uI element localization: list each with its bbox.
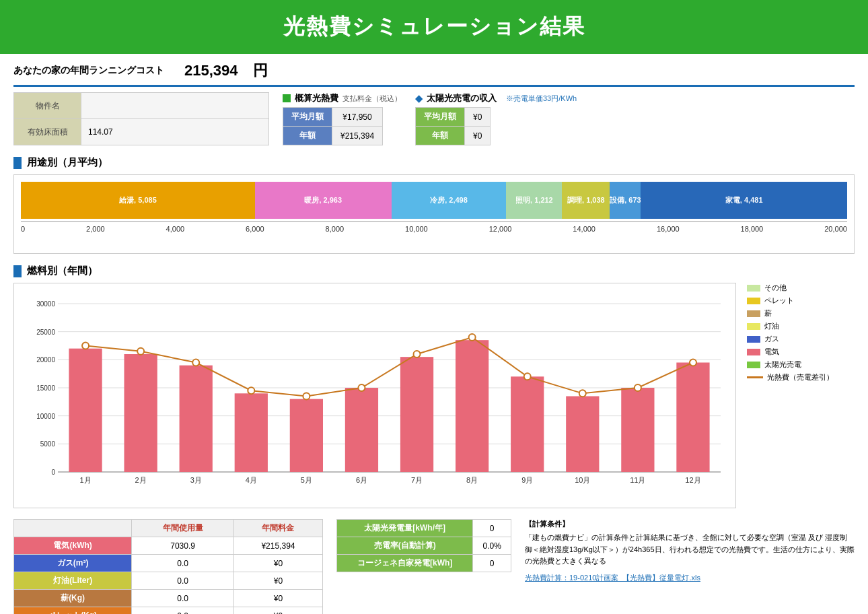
- hbar-segment: 暖房, 2,963: [255, 182, 392, 219]
- col-label: [14, 520, 132, 537]
- notes-section: 【計算条件】 「建もの燃費ナビ」の計算条件と計算結果に基づき、全館に対して必要な…: [525, 519, 855, 614]
- cost-row-label2: 年額: [416, 127, 465, 145]
- notes-title: 【計算条件】: [525, 519, 855, 529]
- hbar-axis-label: 14,000: [573, 225, 595, 233]
- legend-item: ガス: [747, 334, 855, 344]
- legend-label: ガス: [764, 334, 779, 344]
- svg-point-42: [248, 387, 254, 394]
- solar-row-label: 太陽光発電量[kWh/年]: [337, 520, 473, 537]
- solar-cost-section: ◆ 太陽光売電の収入 ※売電単価33円/KWh 平均月額¥0年額¥0: [415, 92, 577, 145]
- legend-label: 薪: [764, 308, 772, 318]
- fuel-cost: ¥0: [233, 555, 322, 572]
- svg-point-43: [303, 393, 310, 400]
- hbar-axis-label: 6,000: [246, 225, 264, 233]
- top-info-section: 物件名有効床面積114.07 概算光熱費 支払料金（税込） 平均月額¥17,95…: [13, 92, 855, 145]
- svg-rect-21: [235, 393, 268, 472]
- fuel-section-title: 燃料別（年間）: [13, 265, 855, 277]
- hbar-axis-label: 2,000: [86, 225, 105, 233]
- svg-text:6月: 6月: [356, 476, 367, 484]
- legend-label: 電気: [764, 347, 779, 357]
- svg-text:12月: 12月: [685, 476, 700, 484]
- annual-cost-label: あなたの家の年間ランニングコスト: [13, 65, 164, 77]
- legend-item: ペレット: [747, 296, 855, 306]
- col-usage: 年間使用量: [132, 520, 234, 537]
- svg-rect-29: [456, 340, 489, 472]
- svg-text:15000: 15000: [36, 384, 55, 392]
- svg-text:20000: 20000: [36, 356, 55, 364]
- svg-point-41: [192, 360, 199, 366]
- legend-label: 光熱費（売電差引）: [767, 372, 834, 382]
- svg-text:4月: 4月: [246, 476, 257, 484]
- hbar-axis-label: 12,000: [489, 225, 512, 233]
- fuel-cost: ¥0: [233, 572, 322, 590]
- bar-chart-container: 3000025000200001500010000500001月2月3月4月5月…: [13, 283, 736, 508]
- svg-rect-35: [621, 388, 654, 472]
- svg-text:2月: 2月: [135, 476, 147, 484]
- property-label: 物件名: [14, 93, 81, 119]
- page-title: 光熱費シミュレーション結果: [0, 12, 868, 42]
- annual-cost-value: 215,394 円: [184, 61, 268, 81]
- blue-bar-icon2: [13, 265, 22, 277]
- svg-text:10月: 10月: [575, 476, 590, 484]
- svg-rect-23: [290, 399, 323, 472]
- hbar-segment: 家電, 4,481: [641, 182, 847, 219]
- blue-bar-icon: [13, 157, 22, 169]
- solar-table: 太陽光発電量[kWh/年] 0 売電率(自動計算) 0.0% コージェネ自家発電…: [336, 519, 511, 572]
- svg-text:1月: 1月: [79, 476, 91, 484]
- svg-point-48: [579, 390, 586, 397]
- cost-row-label: 年額: [283, 127, 332, 145]
- svg-point-39: [82, 343, 89, 349]
- legend-label: 灯油: [764, 321, 779, 331]
- legend-item: 電気: [747, 347, 855, 357]
- hbar-axis-label: 18,000: [741, 225, 764, 233]
- svg-point-45: [414, 351, 421, 357]
- svg-text:9月: 9月: [521, 476, 533, 484]
- cost-table-1: 平均月額¥17,950年額¥215,394: [283, 107, 383, 145]
- fuel-table: 年間使用量 年間料金 電気(kWh) 7030.9 ¥215,394 ガス(m³…: [13, 519, 323, 614]
- property-value: [81, 93, 269, 119]
- fuel-svg: 3000025000200001500010000500001月2月3月4月5月…: [21, 290, 727, 499]
- solar-table-wrap: 太陽光発電量[kWh/年] 0 売電率(自動計算) 0.0% コージェネ自家発電…: [336, 519, 511, 614]
- cost-row-label: 平均月額: [283, 108, 332, 127]
- legend-item: 光熱費（売電差引）: [747, 372, 855, 382]
- utility-cost-section: 概算光熱費 支払料金（税込） 平均月額¥17,950年額¥215,394: [283, 92, 402, 145]
- cost-table-2: 平均月額¥0年額¥0: [415, 107, 491, 145]
- notes-text: 「建もの燃費ナビ」の計算条件と計算結果に基づき、全館に対して必要な空調（室温 及…: [525, 532, 855, 568]
- fuel-row-label: ガス(m³): [14, 555, 132, 572]
- svg-rect-17: [124, 354, 157, 472]
- cost-row-value: ¥215,394: [332, 127, 383, 145]
- file-ref: 光熱費計算：19-0210計画案_【光熱費】従量電灯.xls: [525, 573, 855, 583]
- svg-point-40: [137, 348, 144, 355]
- fuel-cost: ¥0: [233, 607, 322, 615]
- svg-text:25000: 25000: [36, 329, 55, 336]
- property-label: 有効床面積: [14, 119, 81, 145]
- usage-section-title: 用途別（月平均）: [13, 156, 855, 169]
- cost-row-label2: 平均月額: [416, 108, 465, 127]
- bottom-section: 年間使用量 年間料金 電気(kWh) 7030.9 ¥215,394 ガス(m³…: [13, 519, 855, 614]
- legend-label: ペレット: [764, 296, 794, 306]
- svg-text:11月: 11月: [630, 476, 645, 484]
- hbar-segment: 冷房, 2,498: [392, 182, 507, 219]
- legend-item: 灯油: [747, 321, 855, 331]
- hbar-axis-label: 20,000: [824, 225, 847, 233]
- hbar-axis-label: 10,000: [405, 225, 428, 233]
- header-bar: 光熱費シミュレーション結果: [0, 0, 868, 54]
- solar-row-label: コージェネ自家発電[kWh]: [337, 555, 473, 572]
- svg-text:3月: 3月: [190, 476, 202, 484]
- svg-rect-27: [400, 357, 433, 472]
- legend-item: 太陽光売電: [747, 360, 855, 370]
- fuel-cost: ¥0: [233, 590, 322, 607]
- col-cost: 年間料金: [233, 520, 322, 537]
- cost-title1: 概算光熱費: [295, 92, 338, 104]
- svg-rect-33: [566, 397, 599, 473]
- annual-cost-section: あなたの家の年間ランニングコスト 215,394 円: [13, 61, 855, 87]
- cost-row-value: ¥17,950: [332, 108, 383, 127]
- fuel-row-label: ペレット(Kg): [14, 607, 132, 615]
- svg-rect-15: [69, 349, 102, 472]
- hbar-segment: 照明, 1,212: [506, 182, 562, 219]
- solar-row-label: 売電率(自動計算): [337, 537, 473, 555]
- property-value: 114.07: [81, 119, 269, 145]
- fuel-usage: 7030.9: [132, 537, 234, 555]
- svg-point-44: [358, 384, 365, 391]
- cost-row-value2: ¥0: [465, 127, 491, 145]
